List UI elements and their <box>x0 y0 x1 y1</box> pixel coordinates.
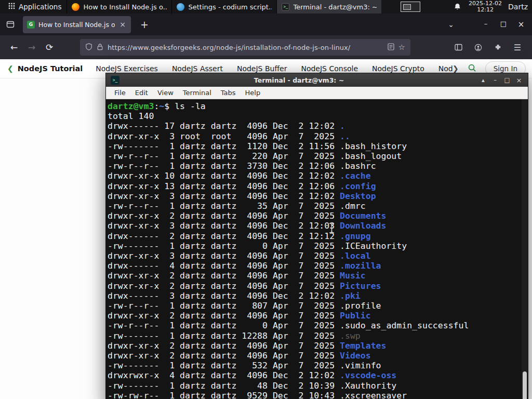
reload-button[interactable]: ⟳ <box>41 38 58 56</box>
listing-name: . <box>340 121 345 131</box>
terminal-menu-tabs[interactable]: Tabs <box>216 89 241 97</box>
shade-button[interactable]: ▴ <box>478 76 488 84</box>
sidebar-icon[interactable] <box>450 39 467 56</box>
terminal-maximize-button[interactable]: □ <box>502 76 512 84</box>
terminal-window-title: Terminal - dartz@vm3: ~ <box>119 76 478 84</box>
listing-line: -rw-r--r-- 1 dartz dartz 0 Apr 7 2025 .s… <box>108 321 521 330</box>
tab-close-icon[interactable]: × <box>118 20 127 29</box>
listing-name: .Xauthority <box>340 381 396 391</box>
terminal-scrollbar-thumb[interactable] <box>523 371 527 399</box>
panel-window-button[interactable]: >_Terminal - dartz@vm3: ~ <box>276 0 381 14</box>
listing-line: drwx------ 3 dartz dartz 4096 Dec 2 12:0… <box>108 291 521 301</box>
browser-nav-bar: ← → ⟳ https://www.geeksforgeeks.org/node… <box>0 35 532 59</box>
listing-meta: -rw------- 1 dartz dartz 48 Dec 2 10:39 <box>108 381 340 391</box>
panel-window-button[interactable]: Settings - codium script... <box>171 0 276 14</box>
listing-line: -rw------- 1 dartz dartz 0 Apr 7 2025 .I… <box>108 241 521 251</box>
close-button[interactable]: × <box>512 20 530 29</box>
extensions-icon[interactable] <box>489 39 506 56</box>
file-listing: drwx------ 17 dartz dartz 4096 Dec 2 12:… <box>108 121 521 399</box>
user-menu-button[interactable]: Dartz <box>508 3 528 11</box>
terminal-window: >_ Terminal - dartz@vm3: ~ ▴ – □ × FileE… <box>105 73 528 399</box>
listing-name: .mozilla <box>340 261 381 271</box>
terminal-title-bar[interactable]: >_ Terminal - dartz@vm3: ~ ▴ – □ × <box>106 73 528 87</box>
listing-meta: -rw------- 1 dartz dartz 0 Apr 7 2025 <box>108 241 340 251</box>
menu-icon[interactable]: ☰ <box>509 39 526 56</box>
reader-mode-icon[interactable] <box>388 43 394 52</box>
listing-meta: drwxr-xr-x 2 dartz dartz 4096 Apr 7 2025 <box>108 311 340 321</box>
tracking-shield-icon[interactable] <box>85 43 92 52</box>
prompt-separator: : <box>154 101 159 111</box>
list-all-tabs-icon[interactable]: ⌄ <box>444 20 458 29</box>
listing-name: Videos <box>340 351 371 361</box>
site-nav-link[interactable]: NodeJS Assert <box>172 64 223 73</box>
notification-bell-icon[interactable] <box>454 3 461 11</box>
terminal-menu-view[interactable]: View <box>153 89 178 97</box>
workspace-window-thumb <box>403 4 411 10</box>
listing-name: .bash_logout <box>340 151 402 161</box>
panel-window-button[interactable]: How to Install Node.js o... <box>66 0 171 14</box>
listing-line: drwxr-xr-x 3 root root 4096 Apr 7 2025 .… <box>108 131 521 141</box>
chevron-right-icon[interactable]: ❯ <box>453 64 459 73</box>
firefox-view-icon[interactable] <box>6 20 15 29</box>
listing-meta: -rw-r--r-- 1 dartz dartz 3730 Dec 2 12:0… <box>108 161 340 171</box>
url-bar[interactable]: https://www.geeksforgeeks.org/node-js/in… <box>80 39 410 56</box>
listing-line: drwxr-xr-x 2 dartz dartz 4096 Apr 7 2025… <box>108 341 521 351</box>
site-nav-link[interactable]: NodeJS DNS <box>438 64 453 73</box>
listing-line: drwx------ 17 dartz dartz 4096 Dec 2 12:… <box>108 121 521 131</box>
terminal-close-button[interactable]: × <box>514 76 524 84</box>
site-nav-link[interactable]: NodeJS Crypto <box>372 64 424 73</box>
applications-icon <box>8 3 15 11</box>
listing-line: drwxr-xr-x 10 dartz dartz 4096 Dec 2 12:… <box>108 171 521 181</box>
terminal-minimize-button[interactable]: – <box>490 76 500 84</box>
window-title-label: Settings - codium script... <box>188 3 272 11</box>
terminal-menu-edit[interactable]: Edit <box>130 89 153 97</box>
applications-menu-button[interactable]: Applications <box>3 0 66 14</box>
listing-line: -rw------- 1 dartz dartz 48 Dec 2 10:39 … <box>108 381 521 391</box>
back-button[interactable]: ← <box>5 38 23 56</box>
command-text: ls -la <box>175 101 206 111</box>
terminal-output[interactable]: dartz@vm3:~$ ls -la total 140 drwx------… <box>106 99 528 399</box>
window-title-label: How to Install Node.js o... <box>83 3 167 11</box>
listing-meta: -rw-r--r-- 1 dartz dartz 35 Apr 7 2025 <box>108 201 340 211</box>
listing-meta: drwxr-xr-x 3 dartz dartz 4096 Dec 2 12:0… <box>108 191 340 201</box>
bookmark-star-icon[interactable]: ☆ <box>398 43 405 52</box>
total-line: total 140 <box>108 111 521 121</box>
minimize-button[interactable]: – <box>477 20 495 29</box>
listing-line: -rw-r--r-- 1 dartz dartz 807 Apr 7 2025 … <box>108 301 521 311</box>
panel-clock[interactable]: 2025-12-02 12:12 <box>469 1 502 13</box>
forward-button[interactable]: → <box>23 38 41 56</box>
listing-line: drwxr-xr-x 3 dartz dartz 4096 Apr 7 2025… <box>108 251 521 261</box>
listing-line: drwxr-xr-x 2 dartz dartz 4096 Apr 7 2025… <box>108 211 521 221</box>
terminal-menu-terminal[interactable]: Terminal <box>178 89 216 97</box>
site-nav-link[interactable]: NodeJS Exercises <box>96 64 158 73</box>
lock-icon[interactable] <box>97 43 103 52</box>
maximize-button[interactable]: □ <box>495 20 512 29</box>
workspace-switcher[interactable] <box>401 2 420 12</box>
chevron-left-icon: ❮ <box>7 64 14 73</box>
listing-meta: drwxr-xr-x 13 dartz dartz 4096 Dec 2 12:… <box>108 181 340 191</box>
listing-meta: -rw------- 1 dartz dartz 532 Apr 7 2025 <box>108 361 340 370</box>
panel-window-buttons: How to Install Node.js o...Settings - co… <box>66 0 381 14</box>
listing-name: Music <box>340 271 366 281</box>
listing-name: Pictures <box>340 281 381 291</box>
listing-meta: drwx------ 4 dartz dartz 4096 Apr 7 2025 <box>108 261 340 271</box>
search-icon[interactable] <box>468 63 476 74</box>
prompt-line: dartz@vm3:~$ ls -la <box>108 101 521 111</box>
browser-tab-active[interactable]: G How to Install Node.js on × <box>23 16 131 33</box>
geeksforgeeks-favicon: G <box>27 21 35 29</box>
site-nav-back-link[interactable]: ❮ NodeJS Tutorial <box>7 64 83 73</box>
listing-meta: drwxr-xr-x 2 dartz dartz 4096 Apr 7 2025 <box>108 211 340 221</box>
listing-name: .sudo_as_admin_successful <box>340 321 469 330</box>
prompt-user-host: dartz@vm3 <box>108 101 154 111</box>
terminal-menu-help[interactable]: Help <box>241 89 265 97</box>
listing-meta: drwxr-xr-x 3 root root 4096 Apr 7 2025 <box>108 131 340 141</box>
new-tab-button[interactable]: + <box>137 19 152 30</box>
site-nav-link[interactable]: NodeJS Buffer <box>237 64 287 73</box>
site-nav-link[interactable]: NodeJS Console <box>301 64 358 73</box>
listing-name: .local <box>340 251 371 261</box>
terminal-menu-file[interactable]: File <box>110 89 130 97</box>
account-icon[interactable] <box>470 39 486 56</box>
terminal-scrollbar[interactable] <box>522 99 528 399</box>
codium-favicon <box>177 3 184 11</box>
listing-line: -rw------- 1 dartz dartz 1120 Dec 2 11:5… <box>108 141 521 151</box>
